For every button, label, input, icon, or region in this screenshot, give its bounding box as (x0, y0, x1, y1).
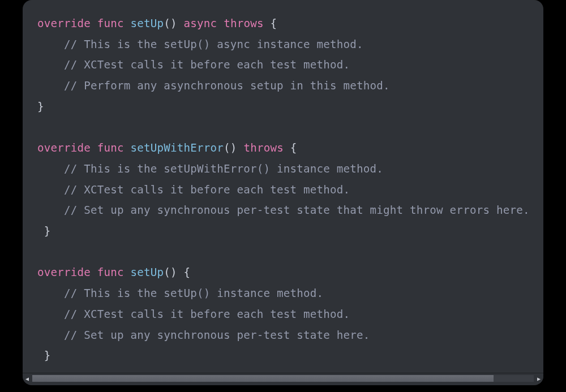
blank-line (37, 118, 543, 139)
override-token: override (37, 141, 91, 154)
code-line: } (37, 346, 543, 367)
override-token: override (37, 17, 91, 30)
blank-line (37, 242, 543, 263)
punct-token: } (44, 225, 51, 238)
async-token: async (184, 17, 217, 30)
punct-token: { (184, 266, 191, 279)
whitespace-token (37, 79, 64, 92)
comment-token: // XCTest calls it before each test meth… (64, 183, 350, 196)
scroll-left-arrow-icon[interactable]: ◀ (23, 374, 32, 383)
whitespace-token (177, 266, 184, 279)
comment-token: // Set up any synchronous per-test state… (64, 204, 530, 217)
code-block: override func setUp() async throws { // … (23, 0, 543, 385)
whitespace-token (37, 225, 44, 238)
code-line: // XCTest calls it before each test meth… (37, 55, 543, 76)
comment-token: // XCTest calls it before each test meth… (64, 58, 350, 71)
whitespace-token (217, 17, 224, 30)
throws-token: throws (224, 17, 264, 30)
code-line: override func setUp() { (37, 262, 543, 283)
whitespace-token (91, 266, 97, 279)
code-line: } (37, 221, 543, 242)
whitespace-token (37, 183, 64, 196)
whitespace-token (37, 287, 64, 300)
code-line: // This is the setUpWithError() instance… (37, 159, 543, 180)
func-token: func (97, 141, 124, 154)
whitespace-token (124, 141, 131, 154)
scroll-right-arrow-icon[interactable]: ▶ (534, 374, 543, 383)
whitespace-token (177, 17, 184, 30)
whitespace-token (91, 17, 97, 30)
punct-token: () (164, 266, 177, 279)
code-line: // XCTest calls it before each test meth… (37, 304, 543, 325)
code-line: } (37, 97, 543, 118)
name-token: setUpWithError (131, 141, 224, 154)
whitespace-token (37, 58, 64, 71)
comment-token: // This is the setUpWithError() instance… (64, 162, 383, 175)
code-line: // Set up any synchronous per-test state… (37, 200, 543, 221)
comment-token: // XCTest calls it before each test meth… (64, 308, 350, 321)
comment-token: // This is the setUp() instance method. (64, 287, 323, 300)
punct-token: } (44, 349, 51, 362)
throws-token: throws (243, 141, 284, 154)
code-line: // This is the setUp() instance method. (37, 283, 543, 304)
code-line: // This is the setUp() async instance me… (37, 35, 543, 55)
whitespace-token (37, 349, 44, 362)
scrollbar-track[interactable] (32, 375, 534, 382)
horizontal-scrollbar[interactable]: ◀ ▶ (23, 373, 543, 384)
whitespace-token (264, 17, 271, 30)
comment-token: // This is the setUp() async instance me… (64, 38, 363, 51)
code-line: // Set up any synchronous per-test state… (37, 325, 543, 346)
code-area[interactable]: override func setUp() async throws { // … (23, 0, 543, 372)
whitespace-token (124, 266, 131, 279)
punct-token: { (270, 17, 277, 30)
whitespace-token (37, 204, 64, 217)
whitespace-token (124, 17, 131, 30)
punct-token: } (37, 100, 44, 113)
code-line: // XCTest calls it before each test meth… (37, 180, 543, 201)
whitespace-token (37, 38, 64, 51)
code-line: override func setUp() async throws { (37, 14, 543, 35)
override-token: override (37, 266, 91, 279)
func-token: func (97, 266, 124, 279)
comment-token: // Set up any synchronous per-test state… (64, 329, 370, 342)
whitespace-token (237, 141, 244, 154)
whitespace-token (91, 141, 97, 154)
punct-token: () (224, 141, 237, 154)
punct-token: () (164, 17, 177, 30)
code-line: override func setUpWithError() throws { (37, 138, 543, 159)
whitespace-token (284, 141, 290, 154)
punct-token: { (290, 141, 297, 154)
name-token: setUp (131, 266, 164, 279)
whitespace-token (37, 162, 64, 175)
func-token: func (97, 17, 124, 30)
whitespace-token (37, 308, 64, 321)
whitespace-token (37, 329, 64, 342)
scrollbar-thumb[interactable] (32, 375, 494, 382)
comment-token: // Perform any asynchronous setup in thi… (64, 79, 390, 92)
code-line: // Perform any asynchronous setup in thi… (37, 76, 543, 97)
name-token: setUp (131, 17, 164, 30)
